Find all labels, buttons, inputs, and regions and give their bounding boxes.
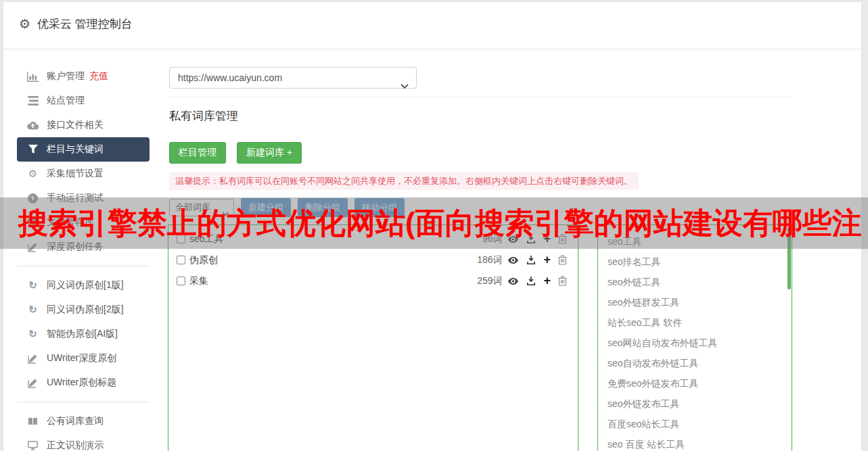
sidebar-item-interface-files[interactable]: 接口文件相关 — [17, 113, 150, 137]
sidebar-item-body-recognition[interactable]: 正文识别演示 — [17, 433, 150, 451]
sidebar-item-account[interactable]: 账户管理 充值 — [17, 64, 150, 89]
list-icon — [27, 95, 39, 106]
keyword-item[interactable]: seo自动发布外链工具 — [608, 353, 792, 373]
eye-icon[interactable] — [507, 277, 519, 285]
new-thesaurus-button[interactable]: 新建词库 + — [237, 142, 302, 164]
keyword-item[interactable]: seo外链群发工具 — [608, 292, 792, 312]
tip-banner: 温馨提示：私有词库可以在同账号不同网站之间共享使用，不必重复添加。右侧框内关键词… — [169, 172, 639, 190]
trash-icon[interactable] — [558, 276, 567, 286]
thesaurus-name: 采集 — [189, 275, 477, 287]
plus-icon[interactable]: + — [543, 277, 551, 285]
sidebar-item-uwriter-title[interactable]: UWriter原创标题 — [17, 371, 150, 395]
monitor-icon — [27, 440, 39, 451]
row-checkbox[interactable] — [177, 256, 185, 264]
sidebar-item-ai-rewrite[interactable]: ↻ 智能伪原创[AI版] — [17, 322, 150, 346]
cloud-upload-icon — [27, 120, 39, 130]
sidebar-item-label: 公有词库查询 — [47, 415, 104, 427]
sidebar-item-label: 正文识别演示 — [47, 440, 104, 451]
overlay-watermark-text: 搜索引擎禁止的方式优化网站(面向搜索引擎的网站建设有哪些注 — [0, 197, 868, 249]
row-actions: + — [507, 276, 567, 286]
app-header: ⚙ 优采云 管理控制台 — [3, 2, 861, 49]
sidebar-divider — [17, 402, 150, 402]
sidebar-item-synonym-v1[interactable]: ↻ 同义词伪原创[1版] — [17, 273, 150, 298]
chevron-down-icon — [401, 76, 409, 96]
gear-icon: ⚙ — [19, 18, 30, 30]
sidebar: 账户管理 充值 站点管理 接口文件相关 栏目与关键词 ⚙ 采集细节设置 手动运行… — [3, 51, 167, 451]
app-title: 优采云 管理控制台 — [37, 16, 133, 32]
keyword-panel: seo工具 seo排名工具 seo外链工具 seo外链群发工具 站长seo工具 … — [597, 224, 792, 451]
funnel-icon — [27, 144, 39, 155]
row-actions: + — [507, 255, 567, 265]
sidebar-item-label: 同义词伪原创[1版] — [47, 279, 124, 291]
overlay-band: 搜索引擎禁止的方式优化网站(面向搜索引擎的网站建设有哪些注 — [0, 197, 868, 249]
column-manage-button[interactable]: 栏目管理 — [169, 142, 226, 164]
keyword-item[interactable]: seo外链发布工具 — [608, 394, 792, 414]
site-select-value: https://www.ucaiyun.com — [178, 72, 282, 83]
sidebar-divider — [17, 266, 150, 266]
row-checkbox[interactable] — [177, 277, 185, 285]
download-icon[interactable] — [526, 277, 536, 286]
thesaurus-table-panel: seo工具 96词 + 伪原创 186词 + 采集 259词 — [168, 224, 578, 451]
table-row: 采集 259词 + — [168, 270, 578, 291]
sidebar-item-public-thesaurus[interactable]: 公有词库查询 — [17, 409, 150, 433]
plus-icon[interactable]: + — [543, 256, 551, 264]
table-row: 伪原创 186词 + — [168, 250, 578, 270]
sidebar-item-label: 栏目与关键词 — [47, 143, 104, 156]
sidebar-item-sites[interactable]: 站点管理 — [17, 89, 150, 113]
book-icon — [27, 416, 39, 427]
download-icon[interactable] — [526, 256, 536, 265]
thesaurus-name: 伪原创 — [189, 254, 477, 266]
keyword-item[interactable]: 站长seo工具 软件 — [608, 312, 792, 333]
app-title-row: ⚙ 优采云 管理控制台 — [19, 16, 133, 32]
word-count: 259词 — [477, 275, 502, 287]
refresh-icon: ↻ — [27, 280, 39, 291]
keyword-item[interactable]: 百度seo站长工具 — [608, 414, 792, 434]
sidebar-item-uwriter-deep[interactable]: UWriter深度原创 — [17, 346, 150, 371]
keyword-item[interactable]: seo排名工具 — [608, 252, 792, 272]
sidebar-item-label: 智能伪原创[AI版] — [47, 328, 118, 340]
header-divider — [169, 97, 792, 97]
sidebar-item-synonym-v2[interactable]: ↻ 同义词伪原创[2版] — [17, 298, 150, 322]
edit-icon — [27, 377, 39, 388]
site-select[interactable]: https://www.ucaiyun.com — [169, 67, 417, 89]
keyword-item[interactable]: seo外链工具 — [608, 272, 792, 292]
action-buttons: 栏目管理 新建词库 + — [169, 142, 302, 164]
sidebar-item-label: 接口文件相关 — [47, 119, 104, 131]
keyword-item[interactable]: seo 百度 站长工具 — [608, 434, 792, 451]
trash-icon[interactable] — [558, 255, 567, 265]
page-title: 私有词库管理 — [169, 108, 238, 124]
recharge-link[interactable]: 充值 — [89, 70, 108, 82]
gears-icon: ⚙ — [27, 168, 39, 179]
sidebar-item-label: 采集细节设置 — [47, 168, 104, 180]
word-count: 186词 — [477, 254, 502, 266]
sidebar-item-label: 同义词伪原创[2版] — [47, 304, 124, 316]
bar-chart-icon — [27, 71, 39, 82]
keyword-item[interactable]: 免费seo外链发布工具 — [608, 373, 792, 394]
sidebar-item-label: 账户管理 — [47, 70, 85, 82]
eye-icon[interactable] — [507, 256, 519, 264]
sidebar-item-label: UWriter原创标题 — [47, 377, 116, 389]
sidebar-item-label: 站点管理 — [47, 95, 85, 107]
refresh-icon: ↻ — [27, 304, 39, 315]
keyword-list: seo工具 seo排名工具 seo外链工具 seo外链群发工具 站长seo工具 … — [598, 225, 792, 451]
edit-icon — [27, 353, 39, 364]
sidebar-item-columns-keywords[interactable]: 栏目与关键词 — [17, 137, 150, 162]
sidebar-item-label: UWriter深度原创 — [47, 352, 116, 364]
keyword-item[interactable]: seo网站自动发布外链工具 — [608, 333, 792, 353]
refresh-icon: ↻ — [27, 329, 39, 339]
sidebar-item-collect-settings[interactable]: ⚙ 采集细节设置 — [17, 162, 150, 186]
